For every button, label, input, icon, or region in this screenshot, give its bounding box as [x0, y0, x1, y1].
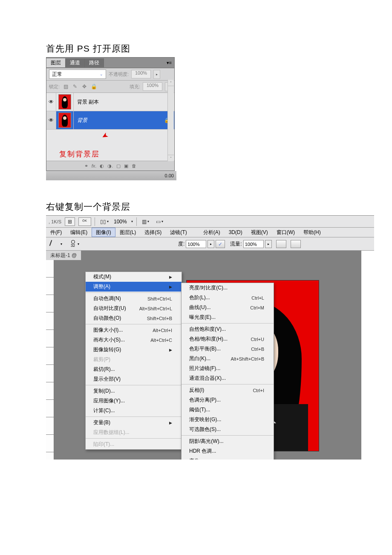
- menu-filter[interactable]: 滤镜(T): [166, 228, 191, 237]
- trash-icon[interactable]: 🗑: [132, 163, 136, 168]
- tab-paths[interactable]: 路径: [85, 58, 104, 67]
- menu-item[interactable]: 亮度/对比度(C)...: [182, 283, 274, 293]
- flyout-button[interactable]: ▸: [208, 240, 214, 248]
- scrollbar[interactable]: ˄ ˅: [167, 80, 174, 161]
- document-tab[interactable]: 未标题-1 @: [46, 251, 81, 260]
- menu-item[interactable]: 色相/饱和度(H)...Ctrl+U: [182, 334, 274, 344]
- tool-button[interactable]: ⊞: [65, 217, 75, 226]
- menu-item[interactable]: 曲线(U)...Ctrl+M: [182, 303, 274, 312]
- menu-edit[interactable]: 编辑(E): [66, 228, 92, 237]
- menu-item[interactable]: 可选颜色(S)...: [182, 425, 274, 434]
- flow-label: 流量:: [230, 240, 242, 248]
- new-layer-icon[interactable]: ▣: [124, 163, 128, 169]
- menu-item[interactable]: 画布大小(S)...Alt+Ctrl+C: [86, 335, 182, 345]
- layer-name: 背景: [74, 117, 87, 124]
- opacity-input[interactable]: 100%: [186, 240, 206, 248]
- screen-mode-button[interactable]: ▯▯ ▾: [98, 217, 110, 226]
- menu-item[interactable]: 渐变映射(G)...: [182, 415, 274, 425]
- menu-item[interactable]: 裁切(R)...: [86, 364, 182, 374]
- visibility-eye-icon[interactable]: 👁: [46, 93, 56, 111]
- menu-item[interactable]: 色调分离(P)...: [182, 395, 274, 405]
- menu-item[interactable]: 曝光度(E)...: [182, 312, 274, 322]
- tool-button[interactable]: ᴼᴷ: [78, 217, 91, 226]
- layer-thumbnail[interactable]: [56, 111, 74, 129]
- view-mode-button[interactable]: ▥ ▾: [140, 217, 151, 226]
- menu-item[interactable]: 自动对比度(U)Alt+Shift+Ctrl+L: [86, 304, 182, 313]
- under-bar: 0.00: [46, 171, 176, 180]
- menu-item[interactable]: 显示全部(V): [86, 374, 182, 384]
- menu-item[interactable]: 通道混合器(X)...: [182, 373, 274, 383]
- top-toolbar: , 1K/S ⊞ ᴼᴷ ▯▯ ▾ 100%▾ ▥ ▾ ▭ ▾: [46, 216, 374, 228]
- menu-select[interactable]: 选择(S): [140, 228, 166, 237]
- opacity-input[interactable]: 100%: [131, 70, 151, 78]
- blend-mode-select[interactable]: 正常 ⌄: [49, 69, 106, 79]
- menu-item[interactable]: 自然饱和度(V)...: [182, 324, 274, 334]
- layer-row[interactable]: 👁 背景 副本: [46, 93, 174, 111]
- submenu-arrow-icon: ▶: [169, 275, 172, 279]
- fill-input[interactable]: 100%: [143, 82, 162, 91]
- layer-row[interactable]: 👁 背景 🔒: [46, 111, 174, 130]
- lock-icons[interactable]: ▨ ✎ ✥ 🔒: [62, 84, 97, 90]
- menu-item[interactable]: 变量(B)▶: [86, 418, 182, 428]
- opacity-flyout-button[interactable]: ▸: [153, 70, 160, 79]
- scroll-up-icon[interactable]: ˄: [168, 80, 174, 86]
- menu-image[interactable]: 图像(I): [92, 228, 115, 237]
- zoom-level[interactable]: 100%: [114, 219, 127, 225]
- link-layers-icon[interactable]: ⚭: [84, 163, 88, 169]
- annotation-text: 复制背景层: [46, 148, 174, 161]
- menu-item[interactable]: 自动色调(N)Shift+Ctrl+L: [86, 294, 182, 304]
- layers-panel-screenshot: 图层 通道 路径 ▾≡ 正常 ⌄ 不透明度: 100% ▸ 锁定: ▨ ✎ ✥ …: [46, 57, 175, 171]
- menu-item[interactable]: 阈值(T)...: [182, 405, 274, 415]
- panel-menu-icon[interactable]: ▾≡: [164, 60, 174, 66]
- pressure-size-icon[interactable]: [291, 240, 301, 248]
- menu-item[interactable]: 阴影/高光(W)...: [182, 436, 274, 446]
- flow-input[interactable]: 100%: [243, 240, 264, 248]
- lock-position-icon[interactable]: ✥: [81, 84, 88, 90]
- view-mode-button[interactable]: ▭ ▾: [154, 217, 165, 226]
- blend-mode-value: 正常: [52, 71, 62, 78]
- menu-3d[interactable]: 3D(D): [225, 228, 247, 237]
- menu-layer[interactable]: 图层(L): [115, 228, 141, 237]
- tab-layers[interactable]: 图层: [46, 58, 66, 67]
- menu-view[interactable]: 视图(V): [247, 228, 272, 237]
- mask-icon[interactable]: ◐: [100, 163, 104, 169]
- tool-icon[interactable]: [49, 239, 58, 249]
- airbrush-icon[interactable]: [276, 240, 286, 248]
- pressure-opacity-icon[interactable]: ✓: [216, 240, 225, 248]
- annotation-arrow-icon: ➤: [100, 130, 110, 142]
- menu-item[interactable]: 调整(A)▶: [86, 282, 182, 292]
- menu-item[interactable]: 图像旋转(G)▶: [86, 345, 182, 355]
- tab-channels[interactable]: 通道: [66, 58, 85, 67]
- adjustment-icon[interactable]: ◑.: [107, 163, 113, 169]
- menu-item[interactable]: HDR 色调...: [182, 446, 274, 456]
- group-icon[interactable]: ▢: [116, 163, 121, 169]
- menu-item[interactable]: 图像大小(I)...Alt+Ctrl+I: [86, 325, 182, 335]
- menu-item[interactable]: 应用图像(Y)...: [86, 396, 182, 406]
- menu-file[interactable]: 件(F): [46, 228, 66, 237]
- menu-item[interactable]: 自动颜色(O)Shift+Ctrl+B: [86, 313, 182, 323]
- menu-item[interactable]: 反相(I)Ctrl+I: [182, 385, 274, 395]
- menu-item[interactable]: 黑白(K)...Alt+Shift+Ctrl+B: [182, 354, 274, 364]
- menu-item[interactable]: 模式(M)▶: [86, 272, 182, 282]
- opacity-label: 度:: [178, 240, 184, 248]
- menu-item[interactable]: 计算(C)...: [86, 406, 182, 416]
- layers-footer: ⚭ fx. ◐ ◑. ▢ ▣ 🗑: [46, 161, 174, 171]
- menu-help[interactable]: 帮助(H): [299, 228, 325, 237]
- submenu-arrow-icon: ▶: [169, 285, 172, 289]
- lock-transparent-icon[interactable]: ▨: [62, 84, 69, 90]
- menu-item[interactable]: 色彩平衡(B)...Ctrl+B: [182, 344, 274, 354]
- menu-item: 应用数据组(L)...: [86, 428, 182, 437]
- menu-item[interactable]: 复制(D)...: [86, 386, 182, 396]
- menu-window[interactable]: 窗口(W): [272, 228, 299, 237]
- flyout-button[interactable]: ▸: [265, 240, 272, 248]
- lock-all-icon[interactable]: 🔒: [90, 84, 97, 90]
- scroll-down-icon[interactable]: ˅: [168, 155, 174, 161]
- visibility-eye-icon[interactable]: 👁: [46, 111, 56, 129]
- layer-thumbnail[interactable]: [56, 93, 74, 111]
- fx-icon[interactable]: fx.: [92, 163, 97, 168]
- menu-item[interactable]: 照片滤镜(F)...: [182, 364, 274, 373]
- lock-pixels-icon[interactable]: ✎: [72, 84, 78, 90]
- menu-item[interactable]: 变化...: [182, 456, 274, 460]
- menu-analysis[interactable]: 分析(A): [199, 228, 225, 237]
- menu-item[interactable]: 色阶(L)...Ctrl+L: [182, 293, 274, 303]
